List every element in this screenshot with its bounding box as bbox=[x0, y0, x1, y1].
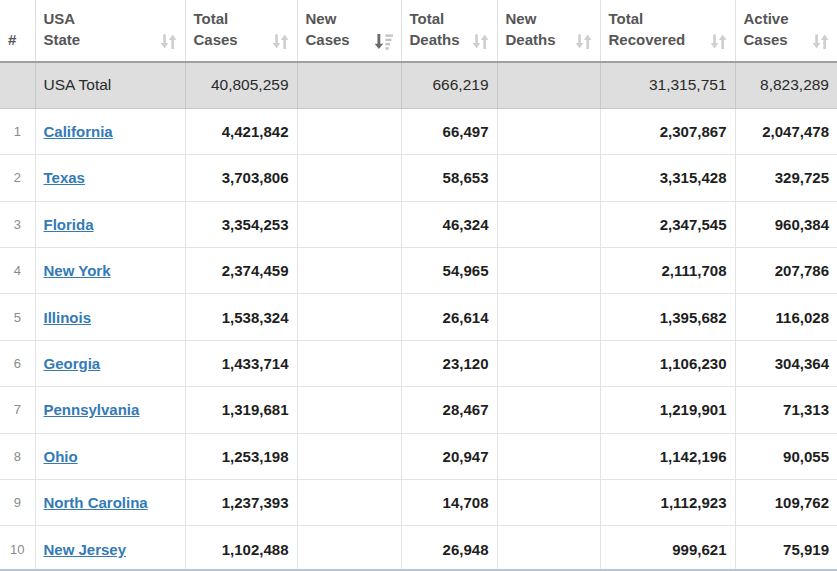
state-cell: Texas bbox=[35, 155, 185, 201]
new_deaths-cell bbox=[497, 526, 600, 571]
new_cases-cell bbox=[297, 340, 401, 386]
state-cell: New York bbox=[35, 248, 185, 294]
new_cases-cell bbox=[297, 248, 401, 294]
active_cases-cell: 109,762 bbox=[735, 480, 837, 526]
new_cases-cell bbox=[297, 155, 401, 201]
state-cell: Georgia bbox=[35, 340, 185, 386]
total_deaths-cell: 28,467 bbox=[401, 387, 497, 433]
column-header-active_cases[interactable]: ActiveCases bbox=[735, 0, 837, 62]
column-header-total_recovered[interactable]: TotalRecovered bbox=[600, 0, 735, 62]
total_deaths-cell: 26,614 bbox=[401, 294, 497, 340]
total_recovered-cell: 1,112,923 bbox=[600, 480, 735, 526]
index-cell: 9 bbox=[0, 480, 35, 526]
total_recovered-cell: 1,219,901 bbox=[600, 387, 735, 433]
total_cases-cell: 1,237,393 bbox=[185, 480, 297, 526]
state-cell: North Carolina bbox=[35, 480, 185, 526]
state-cell: California bbox=[35, 108, 185, 154]
state-link[interactable]: Florida bbox=[44, 216, 94, 233]
total_cases-cell: 1,433,714 bbox=[185, 340, 297, 386]
column-header-new_deaths[interactable]: NewDeaths bbox=[497, 0, 600, 62]
new_deaths-cell bbox=[497, 294, 600, 340]
active_cases-cell: 304,364 bbox=[735, 340, 837, 386]
total_recovered-cell: 2,307,867 bbox=[600, 108, 735, 154]
sort-toggle-icon bbox=[710, 33, 727, 50]
total_deaths-cell: 23,120 bbox=[401, 340, 497, 386]
state-cell: Pennsylvania bbox=[35, 387, 185, 433]
state-row-2: 2Texas3,703,80658,6533,315,428329,725 bbox=[0, 155, 837, 201]
state-row-6: 6Georgia1,433,71423,1201,106,230304,364 bbox=[0, 340, 837, 386]
sort-toggle-icon bbox=[160, 33, 177, 50]
index-cell: 4 bbox=[0, 248, 35, 294]
state-row-8: 8Ohio1,253,19820,9471,142,19690,055 bbox=[0, 433, 837, 479]
total_cases-cell: 1,538,324 bbox=[185, 294, 297, 340]
sort-toggle-icon bbox=[575, 33, 592, 50]
table-header-row: #USAState TotalCases NewCases TotalDeath… bbox=[0, 0, 837, 62]
state-row-5: 5Illinois1,538,32426,6141,395,682116,028 bbox=[0, 294, 837, 340]
new_deaths-cell bbox=[497, 248, 600, 294]
column-header-new_cases[interactable]: NewCases bbox=[297, 0, 401, 62]
state-link[interactable]: California bbox=[44, 123, 113, 140]
state-link[interactable]: Illinois bbox=[44, 309, 92, 326]
new_cases-cell bbox=[297, 480, 401, 526]
total_deaths-cell: 26,948 bbox=[401, 526, 497, 571]
total-new_deaths-cell bbox=[497, 62, 600, 108]
index-cell: 1 bbox=[0, 108, 35, 154]
new_cases-cell bbox=[297, 387, 401, 433]
new_deaths-cell bbox=[497, 480, 600, 526]
total_cases-cell: 2,374,459 bbox=[185, 248, 297, 294]
active_cases-cell: 90,055 bbox=[735, 433, 837, 479]
total-total_deaths-cell: 666,219 bbox=[401, 62, 497, 108]
index-cell: 8 bbox=[0, 433, 35, 479]
total_recovered-cell: 1,142,196 bbox=[600, 433, 735, 479]
state-cell: Ohio bbox=[35, 433, 185, 479]
column-label-state: USAState bbox=[44, 8, 81, 50]
total-total_recovered-cell: 31,315,751 bbox=[600, 62, 735, 108]
state-link[interactable]: North Carolina bbox=[44, 494, 148, 511]
total_recovered-cell: 999,621 bbox=[600, 526, 735, 571]
index-cell: 5 bbox=[0, 294, 35, 340]
state-link[interactable]: Pennsylvania bbox=[44, 401, 140, 418]
new_deaths-cell bbox=[497, 387, 600, 433]
column-label-total_cases: TotalCases bbox=[194, 8, 238, 50]
state-cell: Illinois bbox=[35, 294, 185, 340]
active_cases-cell: 75,919 bbox=[735, 526, 837, 571]
state-link[interactable]: New York bbox=[44, 262, 111, 279]
new_deaths-cell bbox=[497, 340, 600, 386]
state-row-9: 9North Carolina1,237,39314,7081,112,9231… bbox=[0, 480, 837, 526]
active_cases-cell: 207,786 bbox=[735, 248, 837, 294]
total_cases-cell: 4,421,842 bbox=[185, 108, 297, 154]
state-row-3: 3Florida3,354,25346,3242,347,545960,384 bbox=[0, 201, 837, 247]
sort-toggle-icon bbox=[472, 33, 489, 50]
total_cases-cell: 1,253,198 bbox=[185, 433, 297, 479]
active_cases-cell: 2,047,478 bbox=[735, 108, 837, 154]
column-header-index: # bbox=[0, 0, 35, 62]
index-cell: 10 bbox=[0, 526, 35, 571]
column-header-total_cases[interactable]: TotalCases bbox=[185, 0, 297, 62]
usa-total-row: USA Total40,805,259666,21931,315,7518,82… bbox=[0, 62, 837, 108]
new_cases-cell bbox=[297, 201, 401, 247]
column-header-state[interactable]: USAState bbox=[35, 0, 185, 62]
active_cases-cell: 329,725 bbox=[735, 155, 837, 201]
total_cases-cell: 3,354,253 bbox=[185, 201, 297, 247]
total-state-cell: USA Total bbox=[35, 62, 185, 108]
column-header-total_deaths[interactable]: TotalDeaths bbox=[401, 0, 497, 62]
state-link[interactable]: Georgia bbox=[44, 355, 101, 372]
new_deaths-cell bbox=[497, 433, 600, 479]
total_cases-cell: 3,703,806 bbox=[185, 155, 297, 201]
index-cell: 3 bbox=[0, 201, 35, 247]
total-index-cell bbox=[0, 62, 35, 108]
state-row-1: 1California4,421,84266,4972,307,8672,047… bbox=[0, 108, 837, 154]
index-cell: 2 bbox=[0, 155, 35, 201]
active_cases-cell: 116,028 bbox=[735, 294, 837, 340]
new_deaths-cell bbox=[497, 108, 600, 154]
total_recovered-cell: 2,111,708 bbox=[600, 248, 735, 294]
state-row-4: 4New York2,374,45954,9652,111,708207,786 bbox=[0, 248, 837, 294]
total_deaths-cell: 54,965 bbox=[401, 248, 497, 294]
total-new_cases-cell bbox=[297, 62, 401, 108]
state-link[interactable]: New Jersey bbox=[44, 541, 127, 558]
total_recovered-cell: 2,347,545 bbox=[600, 201, 735, 247]
state-link[interactable]: Texas bbox=[44, 169, 85, 186]
state-link[interactable]: Ohio bbox=[44, 448, 78, 465]
active_cases-cell: 960,384 bbox=[735, 201, 837, 247]
total_deaths-cell: 58,653 bbox=[401, 155, 497, 201]
